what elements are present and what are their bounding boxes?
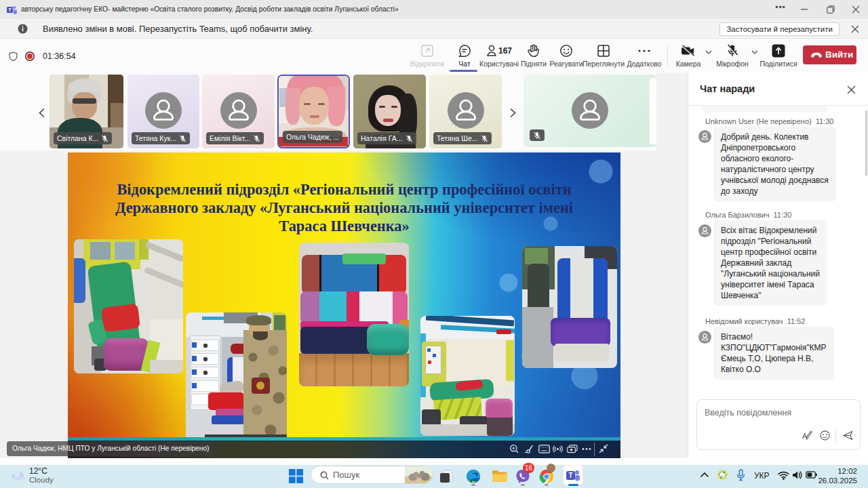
svg-text:167: 167	[498, 46, 512, 56]
svg-text:T: T	[568, 472, 572, 479]
svg-text:T: T	[8, 7, 12, 13]
